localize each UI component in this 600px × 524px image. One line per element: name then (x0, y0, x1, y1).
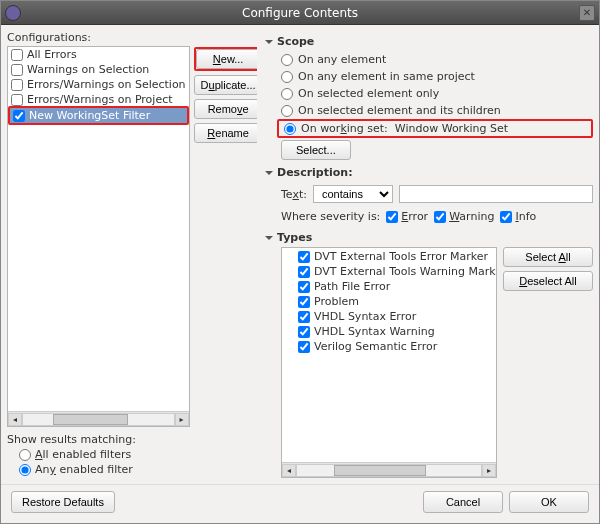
scope-same-project-label: On any element in same project (298, 70, 475, 83)
dialog-footer: Restore Defaults Cancel OK (1, 484, 599, 523)
config-item[interactable]: All Errors (8, 47, 189, 62)
configurations-panel: Configurations: All Errors Warnings on S… (7, 31, 190, 427)
types-item-checkbox[interactable] (298, 326, 310, 338)
config-item[interactable]: Errors/Warnings on Project (8, 92, 189, 107)
restore-defaults-button[interactable]: Restore Defaults (11, 491, 115, 513)
description-text-input[interactable] (399, 185, 593, 203)
close-icon[interactable]: ✕ (579, 5, 595, 21)
types-item[interactable]: VHDL Syntax Error (282, 309, 496, 324)
new-button[interactable]: New... (196, 49, 257, 69)
duplicate-button[interactable]: Duplicate... (194, 75, 257, 95)
types-item[interactable]: DVT External Tools Error Marker (282, 249, 496, 264)
config-item-checkbox[interactable] (11, 79, 23, 91)
ok-button[interactable]: OK (509, 491, 589, 513)
scroll-left-icon[interactable]: ◂ (8, 413, 22, 426)
matching-all-radio[interactable] (19, 449, 31, 461)
scroll-left-icon[interactable]: ◂ (282, 464, 296, 477)
types-item[interactable]: Path File Error (282, 279, 496, 294)
cancel-button[interactable]: Cancel (423, 491, 503, 513)
config-item[interactable]: Warnings on Selection (8, 62, 189, 77)
types-item-checkbox[interactable] (298, 341, 310, 353)
twistie-icon (265, 171, 273, 175)
horizontal-scrollbar[interactable]: ◂ ▸ (282, 462, 496, 477)
config-item-checkbox[interactable] (11, 49, 23, 61)
severity-error-checkbox[interactable] (386, 211, 398, 223)
window-title: Configure Contents (1, 6, 599, 20)
configurations-list[interactable]: All Errors Warnings on Selection Errors/… (7, 46, 190, 427)
severity-warning-checkbox[interactable] (434, 211, 446, 223)
scope-any-label: On any element (298, 53, 386, 66)
severity-info-label: Info (515, 210, 536, 223)
dialog-body: Configurations: All Errors Warnings on S… (1, 25, 599, 484)
config-item-label: New WorkingSet Filter (29, 109, 150, 122)
types-item-checkbox[interactable] (298, 296, 310, 308)
scroll-right-icon[interactable]: ▸ (175, 413, 189, 426)
types-item-checkbox[interactable] (298, 311, 310, 323)
severity-error-label: Error (401, 210, 428, 223)
types-item-label: DVT External Tools Error Marker (314, 250, 488, 263)
types-item-label: VHDL Syntax Error (314, 310, 416, 323)
description-text-label: Text: (281, 188, 307, 201)
scroll-thumb[interactable] (334, 465, 426, 476)
titlebar[interactable]: Configure Contents ✕ (1, 1, 599, 25)
configure-contents-dialog: Configure Contents ✕ Configurations: All… (0, 0, 600, 524)
config-item-selected[interactable]: New WorkingSet Filter (10, 108, 187, 123)
config-item[interactable]: Errors/Warnings on Selection (8, 77, 189, 92)
select-all-button[interactable]: Select All (503, 247, 593, 267)
matching-all-label: All enabled filters (35, 448, 131, 461)
matching-any-label: Any enabled filter (35, 463, 133, 476)
scope-any-radio[interactable] (281, 54, 293, 66)
types-item-checkbox[interactable] (298, 281, 310, 293)
scroll-thumb[interactable] (53, 414, 128, 425)
scope-selected-only-radio[interactable] (281, 88, 293, 100)
rename-button[interactable]: Rename (194, 123, 257, 143)
config-buttons: New... Duplicate... Remove Rename (194, 47, 257, 427)
scope-selected-only-label: On selected element only (298, 87, 439, 100)
types-item-label: VHDL Syntax Warning (314, 325, 435, 338)
horizontal-scrollbar[interactable]: ◂ ▸ (8, 411, 189, 426)
twistie-icon (265, 40, 273, 44)
matching-label: Show results matching: (7, 433, 259, 446)
show-results-matching: Show results matching: All enabled filte… (7, 433, 259, 478)
types-item-label: Path File Error (314, 280, 390, 293)
description-text-combo[interactable]: contains (313, 185, 393, 203)
types-item[interactable]: DVT External Tools Warning Marker (282, 264, 496, 279)
config-item-label: Errors/Warnings on Project (27, 93, 173, 106)
config-item-checkbox[interactable] (11, 64, 23, 76)
select-working-set-button[interactable]: Select... (281, 140, 351, 160)
types-item-checkbox[interactable] (298, 251, 310, 263)
types-item-label: Verilog Semantic Error (314, 340, 437, 353)
severity-warning-label: Warning (449, 210, 494, 223)
scope-working-set-label: On working set: Window Working Set (301, 122, 508, 135)
severity-info-checkbox[interactable] (500, 211, 512, 223)
description-header[interactable]: Description: (265, 166, 593, 179)
config-item-label: Warnings on Selection (27, 63, 149, 76)
types-item-label: DVT External Tools Warning Marker (314, 265, 496, 278)
types-item-label: Problem (314, 295, 359, 308)
scope-header[interactable]: Scope (265, 35, 593, 48)
right-panel: Scope On any element On any element in s… (265, 31, 593, 478)
types-header[interactable]: Types (265, 231, 593, 244)
twistie-icon (265, 236, 273, 240)
types-item[interactable]: VHDL Syntax Warning (282, 324, 496, 339)
config-item-label: Errors/Warnings on Selection (27, 78, 186, 91)
severity-label: Where severity is: (281, 210, 380, 223)
scope-selected-children-label: On selected element and its children (298, 104, 501, 117)
app-icon (5, 5, 21, 21)
config-item-label: All Errors (27, 48, 77, 61)
scroll-right-icon[interactable]: ▸ (482, 464, 496, 477)
scope-working-set-radio[interactable] (284, 123, 296, 135)
deselect-all-button[interactable]: Deselect All (503, 271, 593, 291)
matching-any-radio[interactable] (19, 464, 31, 476)
types-list[interactable]: DVT External Tools Error Marker DVT Exte… (281, 247, 497, 478)
types-item[interactable]: Problem (282, 294, 496, 309)
remove-button[interactable]: Remove (194, 99, 257, 119)
types-item-checkbox[interactable] (298, 266, 310, 278)
configurations-label: Configurations: (7, 31, 190, 44)
scope-selected-children-radio[interactable] (281, 105, 293, 117)
config-item-checkbox[interactable] (13, 110, 25, 122)
scope-same-project-radio[interactable] (281, 71, 293, 83)
config-item-checkbox[interactable] (11, 94, 23, 106)
types-item[interactable]: Verilog Semantic Error (282, 339, 496, 354)
